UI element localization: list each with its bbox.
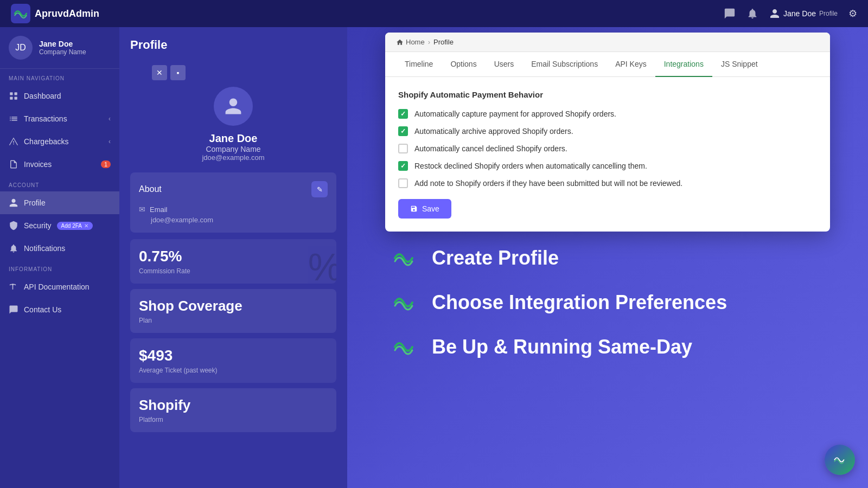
sidebar-user-company: Company Name [39, 48, 86, 56]
app-logo[interactable]: ApruvdAdmin [11, 4, 99, 23]
sidebar-item-label: Invoices [24, 160, 52, 169]
modal-body: Shopify Automatic Payment Behavior Autom… [385, 77, 830, 232]
upload-avatar-btn[interactable]: ▪ [170, 65, 186, 80]
tab-js-snippet[interactable]: JS Snippet [712, 52, 767, 77]
coverage-value: Shop Coverage [139, 298, 328, 314]
profile-name: Jane Doe [209, 132, 258, 145]
profile-email-display: jdoe@example.com [202, 153, 264, 162]
checkbox-cancel: Automatically cancel declined Shopify or… [398, 144, 817, 153]
checkbox-archive: Automatically archive approved Shopify o… [398, 126, 817, 136]
sidebar-item-chargebacks[interactable]: Chargebacks ‹ [0, 130, 119, 153]
checkbox-restock-label: Restock declined Shopify orders when aut… [414, 162, 647, 170]
avatar-edit-controls: ✕ ▪ [152, 65, 186, 80]
add-2fa-badge: Add 2FA ✕ [57, 222, 93, 230]
about-email-value: jdoe@example.com [151, 216, 328, 224]
platform-value: Shopify [139, 397, 328, 414]
checkbox-restock: Restock declined Shopify orders when aut… [398, 161, 817, 171]
promo-text-running: Be Up & Running Same-Day [432, 336, 692, 358]
breadcrumb-separator: › [428, 38, 430, 46]
tab-timeline[interactable]: Timeline [396, 52, 442, 77]
profile-panel: Profile ✕ ▪ Jane Doe Company Name jdoe@e… [119, 27, 347, 488]
sidebar-item-label: Profile [24, 198, 46, 207]
account-label: ACCOUNT [0, 176, 119, 191]
coverage-label: Plan [139, 317, 328, 324]
right-overlay: Home › Profile Timeline Options Users Em… [347, 27, 868, 488]
checkbox-note-input[interactable] [398, 178, 408, 188]
promo-text-integration: Choose Integration Preferences [432, 291, 727, 314]
content-area: Profile ✕ ▪ Jane Doe Company Name jdoe@e… [119, 27, 868, 488]
ticket-card: $493 Average Ticket (past week) [130, 338, 336, 383]
checkbox-capture-label: Automatically capture payment for approv… [414, 110, 616, 118]
sidebar-item-api-docs[interactable]: API Documentation [0, 275, 119, 298]
sidebar-item-profile[interactable]: Profile [0, 191, 119, 214]
email-label: Email [150, 206, 168, 214]
save-button[interactable]: Save [398, 199, 451, 219]
sidebar-item-label: API Documentation [24, 282, 90, 291]
notifications-icon[interactable] [746, 8, 758, 20]
checkbox-restock-input[interactable] [398, 161, 408, 171]
messages-icon[interactable] [724, 8, 736, 20]
ticket-label: Average Ticket (past week) [139, 367, 328, 374]
profile-panel-title: Profile [130, 38, 336, 52]
sidebar: JD Jane Doe Company Name MAIN NAVIGATION… [0, 27, 119, 488]
promo-item-integration: Choose Integration Preferences [391, 288, 825, 317]
ticket-value: $493 [139, 347, 328, 364]
sidebar-item-dashboard[interactable]: Dashboard [0, 85, 119, 107]
tab-options[interactable]: Options [442, 52, 485, 77]
sidebar-user-name: Jane Doe [39, 40, 86, 48]
svg-rect-3 [10, 97, 12, 100]
edit-about-btn[interactable]: ✎ [311, 181, 328, 197]
about-title: About [139, 184, 162, 194]
sidebar-item-invoices[interactable]: Invoices 1 [0, 153, 119, 176]
top-nav: ApruvdAdmin Jane Doe Profile ⚙ [0, 0, 868, 27]
promo-content: Create Profile Choose Integration Prefer… [347, 211, 868, 394]
coverage-card: Shop Coverage Plan [130, 289, 336, 333]
about-email-row: ✉ Email [139, 205, 328, 214]
sidebar-item-label: Dashboard [24, 92, 61, 100]
sidebar-item-label: Notifications [24, 244, 65, 253]
integrations-modal: Home › Profile Timeline Options Users Em… [385, 33, 830, 232]
sidebar-item-notifications[interactable]: Notifications [0, 237, 119, 260]
sidebar-item-transactions[interactable]: Transactions ‹ [0, 107, 119, 130]
checkbox-cancel-input[interactable] [398, 144, 408, 153]
fab-button[interactable] [825, 445, 855, 475]
checkbox-note-label: Add note to Shopify orders if they have … [414, 179, 682, 188]
platform-label: Platform [139, 416, 328, 423]
breadcrumb-current: Profile [433, 38, 454, 46]
settings-icon[interactable]: ⚙ [848, 8, 857, 20]
commission-label: Commission Rate [139, 267, 328, 275]
breadcrumb-home[interactable]: Home [396, 38, 425, 46]
email-icon: ✉ [139, 205, 145, 214]
sidebar-item-label: Chargebacks [24, 137, 69, 146]
chargebacks-arrow: ‹ [108, 138, 111, 145]
save-label: Save [422, 204, 439, 213]
promo-item-running: Be Up & Running Same-Day [391, 333, 825, 361]
checkbox-capture-input[interactable] [398, 109, 408, 119]
sidebar-item-label: Transactions [24, 114, 67, 123]
top-nav-user[interactable]: Jane Doe Profile [769, 8, 838, 19]
platform-card: Shopify Platform [130, 388, 336, 432]
badge-close-icon[interactable]: ✕ [84, 223, 88, 229]
sidebar-avatar-initials: JD [15, 43, 26, 53]
tab-integrations[interactable]: Integrations [655, 52, 712, 77]
checkbox-archive-input[interactable] [398, 126, 408, 136]
promo-item-create: Create Profile [391, 244, 825, 272]
sidebar-item-contact[interactable]: Contact Us [0, 298, 119, 321]
checkbox-cancel-label: Automatically cancel declined Shopify or… [414, 144, 567, 153]
svg-rect-4 [15, 97, 17, 100]
invoices-badge: 1 [101, 160, 111, 168]
app-name: ApruvdAdmin [35, 8, 99, 20]
top-nav-username: Jane Doe [783, 9, 816, 18]
sidebar-item-label: Contact Us [24, 305, 61, 314]
tab-api-keys[interactable]: API Keys [607, 52, 655, 77]
remove-avatar-btn[interactable]: ✕ [152, 65, 167, 80]
tab-email-subscriptions[interactable]: Email Subscriptions [522, 52, 607, 77]
sidebar-item-security[interactable]: Security Add 2FA ✕ [0, 214, 119, 237]
checkbox-archive-label: Automatically archive approved Shopify o… [414, 127, 573, 136]
main-nav-label: MAIN NAVIGATION [0, 69, 119, 85]
commission-card: 0.75% Commission Rate % [130, 239, 336, 284]
modal-breadcrumb: Home › Profile [385, 33, 830, 52]
svg-rect-2 [15, 92, 17, 95]
checkbox-capture: Automatically capture payment for approv… [398, 109, 817, 119]
tab-users[interactable]: Users [486, 52, 523, 77]
